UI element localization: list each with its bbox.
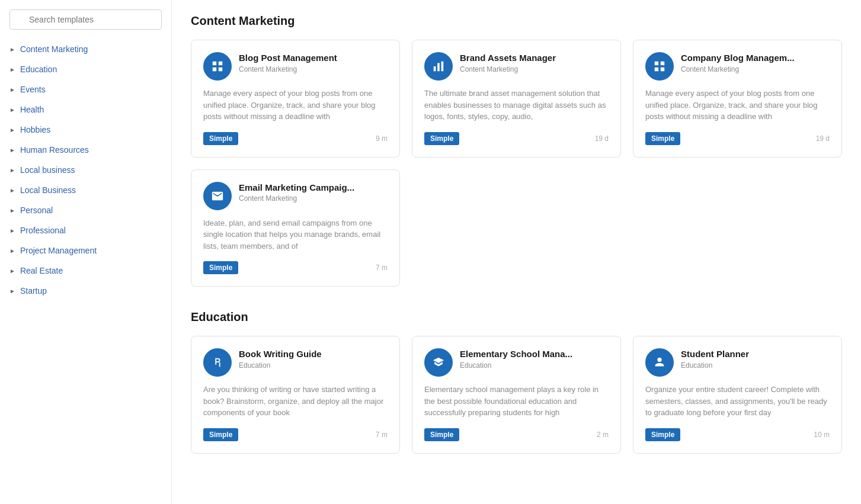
card-elementary-school-management[interactable]: Elementary School Mana... Education Elem… bbox=[412, 336, 621, 454]
sidebar-item-human-resources[interactable]: ► Human Resources bbox=[0, 140, 171, 160]
card-category: Content Marketing bbox=[681, 65, 795, 73]
svg-rect-12 bbox=[661, 68, 664, 71]
card-footer: Simple 7 m bbox=[203, 261, 388, 274]
card-title-group: Email Marketing Campaig... Content Marke… bbox=[239, 182, 354, 203]
svg-rect-10 bbox=[661, 62, 664, 65]
badge-simple[interactable]: Simple bbox=[645, 132, 680, 145]
card-category: Content Marketing bbox=[460, 65, 556, 73]
sidebar-item-label: Local business bbox=[20, 165, 75, 175]
sidebar-item-education[interactable]: ► Education bbox=[0, 59, 171, 79]
chevron-icon: ► bbox=[9, 268, 15, 274]
chevron-icon: ► bbox=[9, 66, 15, 73]
card-title: Student Planner bbox=[681, 348, 749, 360]
svg-rect-9 bbox=[655, 62, 658, 65]
svg-rect-8 bbox=[441, 62, 444, 72]
card-description: Are you thinking of writing or have star… bbox=[203, 384, 388, 419]
badge-simple[interactable]: Simple bbox=[203, 261, 238, 274]
card-footer: Simple 19 d bbox=[424, 132, 609, 145]
card-book-writing-guide[interactable]: Book Writing Guide Education Are you thi… bbox=[191, 336, 400, 454]
card-title: Book Writing Guide bbox=[239, 348, 322, 360]
badge-simple[interactable]: Simple bbox=[424, 428, 459, 441]
badge-simple[interactable]: Simple bbox=[203, 428, 238, 441]
sidebar-item-project-management[interactable]: ► Project Management bbox=[0, 240, 171, 261]
card-header: Book Writing Guide Education bbox=[203, 348, 388, 377]
sections-container: Content Marketing Blog Post Management C… bbox=[191, 14, 842, 454]
card-description: Manage every aspect of your blog posts f… bbox=[645, 88, 830, 123]
card-title-group: Student Planner Education bbox=[681, 348, 749, 370]
card-header: Company Blog Managem... Content Marketin… bbox=[645, 52, 830, 81]
sidebar-item-local-business-1[interactable]: ► Local business bbox=[0, 160, 171, 180]
card-description: Organize your entire student career! Com… bbox=[645, 384, 830, 419]
sidebar-item-label: Content Marketing bbox=[20, 44, 88, 54]
chevron-icon: ► bbox=[9, 46, 15, 53]
card-header: Blog Post Management Content Marketing bbox=[203, 52, 388, 81]
sidebar-item-local-business-2[interactable]: ► Local Business bbox=[0, 180, 171, 200]
badge-simple[interactable]: Simple bbox=[203, 132, 238, 145]
card-footer: Simple 9 m bbox=[203, 132, 388, 145]
badge-simple[interactable]: Simple bbox=[424, 132, 459, 145]
card-time: 9 m bbox=[376, 134, 388, 143]
svg-rect-6 bbox=[434, 66, 436, 71]
sidebar-item-personal[interactable]: ► Personal bbox=[0, 200, 171, 220]
card-title-group: Elementary School Mana... Education bbox=[460, 348, 572, 370]
card-category: Content Marketing bbox=[239, 194, 354, 203]
cards-grid-content-marketing: Blog Post Management Content Marketing M… bbox=[191, 40, 842, 287]
card-header: Brand Assets Manager Content Marketing bbox=[424, 52, 609, 81]
card-icon-person bbox=[645, 348, 674, 377]
card-icon-email bbox=[203, 182, 232, 210]
card-icon-chart bbox=[424, 52, 453, 81]
search-input[interactable] bbox=[9, 9, 162, 30]
cards-grid-education: Book Writing Guide Education Are you thi… bbox=[191, 336, 842, 454]
card-title: Blog Post Management bbox=[239, 52, 337, 64]
chevron-icon: ► bbox=[9, 167, 15, 174]
chevron-icon: ► bbox=[9, 248, 15, 254]
sidebar-items: ► Content Marketing ► Education ► Events… bbox=[0, 39, 171, 301]
card-description: Manage every aspect of your blog posts f… bbox=[203, 88, 388, 123]
card-brand-assets-manager[interactable]: Brand Assets Manager Content Marketing T… bbox=[412, 40, 621, 158]
sidebar-item-professional[interactable]: ► Professional bbox=[0, 220, 171, 240]
card-time: 7 m bbox=[376, 264, 388, 272]
card-time: 19 d bbox=[595, 134, 609, 143]
card-student-planner[interactable]: Student Planner Education Organize your … bbox=[633, 336, 842, 454]
section-education: Education Book Writing Guide Education A… bbox=[191, 310, 842, 454]
card-email-marketing-campaign[interactable]: Email Marketing Campaig... Content Marke… bbox=[191, 169, 400, 287]
sidebar-item-label: Project Management bbox=[20, 246, 97, 255]
search-wrapper bbox=[9, 9, 162, 30]
sidebar-item-label: Education bbox=[20, 65, 57, 74]
card-category: Education bbox=[460, 361, 572, 370]
card-icon-grid bbox=[203, 52, 232, 81]
svg-rect-2 bbox=[213, 62, 216, 65]
sidebar-item-events[interactable]: ► Events bbox=[0, 79, 171, 99]
badge-simple[interactable]: Simple bbox=[645, 428, 680, 441]
card-description: Ideate, plan, and send email campaigns f… bbox=[203, 217, 388, 252]
card-title-group: Book Writing Guide Education bbox=[239, 348, 322, 370]
card-blog-post-management[interactable]: Blog Post Management Content Marketing M… bbox=[191, 40, 400, 158]
sidebar-item-real-estate[interactable]: ► Real Estate bbox=[0, 261, 171, 281]
card-category: Content Marketing bbox=[239, 65, 337, 73]
chevron-icon: ► bbox=[9, 207, 15, 214]
card-title-group: Company Blog Managem... Content Marketin… bbox=[681, 52, 795, 73]
card-footer: Simple 10 m bbox=[645, 428, 830, 441]
card-header: Student Planner Education bbox=[645, 348, 830, 377]
sidebar-item-hobbies[interactable]: ► Hobbies bbox=[0, 120, 171, 140]
card-time: 10 m bbox=[814, 431, 830, 439]
chevron-icon: ► bbox=[9, 127, 15, 133]
card-time: 2 m bbox=[597, 431, 609, 439]
card-icon-school bbox=[424, 348, 453, 377]
card-header: Email Marketing Campaig... Content Marke… bbox=[203, 182, 388, 210]
card-title-group: Blog Post Management Content Marketing bbox=[239, 52, 337, 73]
section-content-marketing: Content Marketing Blog Post Management C… bbox=[191, 14, 842, 287]
sidebar-item-startup[interactable]: ► Startup bbox=[0, 281, 171, 301]
card-title: Company Blog Managem... bbox=[681, 52, 795, 64]
card-company-blog-management[interactable]: Company Blog Managem... Content Marketin… bbox=[633, 40, 842, 158]
card-time: 7 m bbox=[376, 431, 388, 439]
sidebar-item-health[interactable]: ► Health bbox=[0, 99, 171, 120]
svg-point-14 bbox=[657, 358, 661, 362]
sidebar-item-label: Real Estate bbox=[20, 266, 63, 275]
sidebar-item-content-marketing[interactable]: ► Content Marketing bbox=[0, 39, 171, 59]
sidebar-item-label: Startup bbox=[20, 286, 47, 296]
card-header: Elementary School Mana... Education bbox=[424, 348, 609, 377]
sidebar-item-label: Local Business bbox=[20, 185, 76, 195]
sidebar-item-label: Personal bbox=[20, 206, 53, 215]
chevron-icon: ► bbox=[9, 147, 15, 153]
